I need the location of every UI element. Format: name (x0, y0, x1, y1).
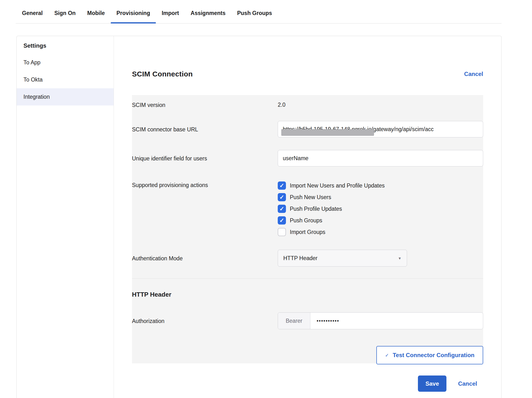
base-url-row: SCIM connector base URL https://b5bd-195… (132, 121, 483, 137)
auth-mode-row: Authentication Mode HTTP Header ▼ (132, 250, 483, 267)
tab-push-groups[interactable]: Push Groups (231, 0, 278, 23)
authorization-input-group: Bearer •••••••••• (278, 312, 483, 329)
import-groups-checkbox[interactable] (278, 228, 286, 236)
tab-sign-on[interactable]: Sign On (49, 0, 81, 23)
check-icon: ✓ (385, 353, 389, 358)
form-footer: Save Cancel (132, 375, 483, 392)
scim-connection-content: SCIM Connection Cancel SCIM version 2.0 … (114, 36, 501, 398)
http-header-section-title: HTTP Header (132, 279, 483, 298)
save-button[interactable]: Save (418, 375, 446, 392)
cancel-link-top[interactable]: Cancel (464, 71, 483, 77)
base-url-visible-text: /gateway/ng/api/scim/acc (372, 126, 434, 133)
bearer-prefix: Bearer (278, 313, 310, 329)
settings-sidebar: Settings To App To Okta Integration (17, 36, 114, 398)
push-groups-checkbox[interactable] (278, 216, 286, 225)
auth-mode-value: HTTP Header (283, 255, 317, 262)
sidebar-title: Settings (17, 40, 114, 54)
import-new-users-checkbox[interactable] (278, 181, 286, 190)
redaction-bar (281, 129, 374, 136)
test-connector-label: Test Connector Configuration (393, 352, 474, 359)
action-push-profile-updates: Push Profile Updates (278, 205, 483, 213)
checkbox-label: Import New Users and Profile Updates (290, 182, 385, 189)
action-push-new-users: Push New Users (278, 193, 483, 201)
page-title: SCIM Connection (132, 70, 193, 78)
unique-id-row: Unique identifier field for users userNa… (132, 150, 483, 166)
app-tab-bar: General Sign On Mobile Provisioning Impo… (16, 0, 502, 23)
tab-general[interactable]: General (16, 0, 49, 23)
base-url-input[interactable]: https://b5bd-195-19-67-148.ngrok.io/gate… (278, 121, 483, 137)
provisioning-actions-label: Supported provisioning actions (132, 181, 278, 188)
scim-form: SCIM version 2.0 SCIM connector base URL… (132, 95, 483, 363)
tab-provisioning[interactable]: Provisioning (111, 0, 156, 23)
tab-mobile[interactable]: Mobile (81, 0, 111, 23)
tab-assignments[interactable]: Assignments (185, 0, 231, 23)
action-import-new-users: Import New Users and Profile Updates (278, 181, 483, 190)
action-push-groups: Push Groups (278, 216, 483, 225)
scim-version-value: 2.0 (278, 102, 285, 108)
action-import-groups: Import Groups (278, 228, 483, 236)
scim-version-row: SCIM version 2.0 (132, 101, 483, 108)
bearer-token-input[interactable]: •••••••••• (310, 313, 483, 329)
checkbox-label: Push Groups (290, 217, 322, 224)
cancel-link-bottom[interactable]: Cancel (458, 380, 477, 387)
sidebar-item-to-okta[interactable]: To Okta (17, 71, 114, 88)
auth-mode-label: Authentication Mode (132, 255, 278, 262)
checkbox-label: Push Profile Updates (290, 206, 342, 212)
base-url-redacted-text: https://b5bd-195-19-67-148.ngrok.io (283, 126, 372, 133)
provisioning-actions-row: Supported provisioning actions Import Ne… (132, 181, 483, 236)
tab-import[interactable]: Import (156, 0, 185, 23)
base-url-label: SCIM connector base URL (132, 126, 278, 133)
push-new-users-checkbox[interactable] (278, 193, 286, 201)
authorization-label: Authorization (132, 317, 278, 324)
unique-id-input[interactable]: userName (278, 150, 483, 166)
checkbox-label: Import Groups (290, 229, 325, 235)
authorization-row: Authorization Bearer •••••••••• (132, 312, 483, 329)
checkbox-label: Push New Users (290, 194, 331, 201)
provisioning-panel: Settings To App To Okta Integration SCIM… (16, 36, 502, 398)
push-profile-updates-checkbox[interactable] (278, 205, 286, 213)
auth-mode-select[interactable]: HTTP Header ▼ (278, 250, 407, 267)
scim-version-label: SCIM version (132, 101, 278, 108)
chevron-down-icon: ▼ (398, 256, 401, 260)
test-connector-configuration-button[interactable]: ✓ Test Connector Configuration (376, 346, 483, 364)
sidebar-item-to-app[interactable]: To App (17, 54, 114, 71)
sidebar-item-integration[interactable]: Integration (17, 88, 114, 105)
unique-id-label: Unique identifier field for users (132, 155, 278, 162)
